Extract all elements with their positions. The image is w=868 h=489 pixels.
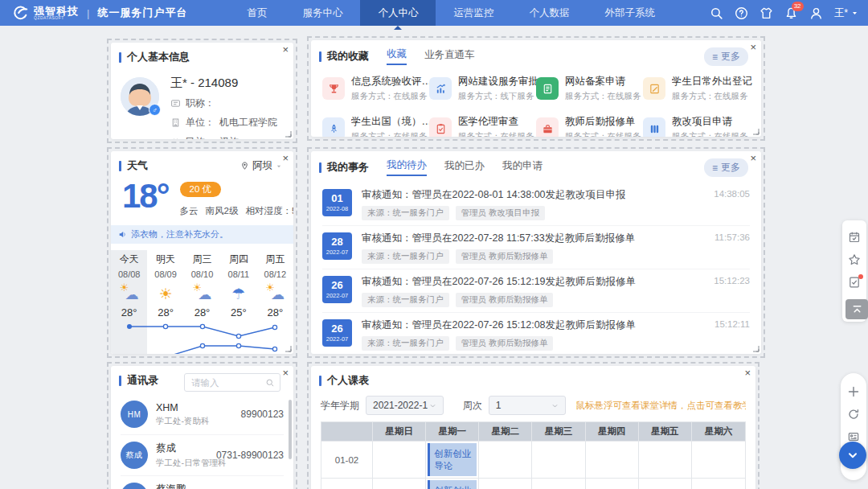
widget-favorites[interactable]: × 我的收藏 收藏 业务直通车 ≡更多 信息系统验收评估...服务方式：在线服务…	[307, 36, 765, 141]
nav-item-ops-monitor[interactable]: 运营监控	[436, 0, 511, 26]
main-nav: 首页 服务中心 个人中心 运营监控 个人数据 外部子系统	[229, 0, 673, 26]
weather-location: 阿坝	[252, 159, 272, 173]
close-icon[interactable]: ×	[282, 368, 289, 378]
favorites-more-button[interactable]: ≡更多	[704, 47, 748, 66]
building-icon	[170, 117, 181, 128]
task-type-tag: 管理员 教师后勤报修单	[456, 293, 554, 307]
refresh-icon[interactable]	[847, 408, 860, 421]
favorite-item[interactable]: 网站备案申请服务方式：在线服务	[536, 75, 643, 102]
title-accent-bar	[319, 162, 321, 173]
id-card-icon	[170, 98, 181, 109]
period-label: 01-02	[321, 442, 373, 479]
task-item[interactable]: 012022-08 审核通知：管理员在2022-08-01 14:38:00发起…	[322, 183, 750, 226]
user-menu[interactable]: 王*	[834, 6, 858, 20]
add-widget-icon[interactable]	[847, 385, 860, 398]
chevron-down-icon	[851, 10, 858, 17]
timetable-tip: 鼠标悬浮可查看课堂详情，点击可查看教学周历	[572, 400, 746, 412]
forecast-day: 明天	[147, 250, 183, 266]
weather-summary: 多云 南风2级 相对湿度：51%	[180, 205, 293, 217]
nav-item-service-center[interactable]: 服务中心	[285, 0, 360, 26]
nav-item-personal-center[interactable]: 个人中心	[360, 0, 436, 26]
week-select[interactable]: 1	[489, 396, 567, 415]
weather-panel-title: 天气	[127, 158, 148, 173]
widget-timetable[interactable]: × 个人课表 学年学期 2021-2022-1 周次 1 鼠标悬浮可查看课堂详情…	[307, 362, 760, 489]
tab-my-applications[interactable]: 我的申请	[502, 159, 542, 175]
current-temperature: 18°	[122, 179, 169, 213]
resize-handle[interactable]	[752, 128, 760, 135]
cloud-sun-icon: ☀☁	[184, 279, 220, 302]
weather-location-selector[interactable]: 阿坝	[240, 159, 282, 173]
clipboard-check-icon	[429, 117, 452, 137]
task-item[interactable]: 262022-07 审核通知：管理员在2022-07-26 15:12:19发起…	[322, 269, 750, 313]
close-icon[interactable]: ×	[744, 368, 751, 378]
notification-bell-icon[interactable]: 32	[784, 6, 798, 20]
favorite-item[interactable]: 医学伦理审查服务方式：在线服务	[429, 115, 536, 137]
forecast-day: 今天	[111, 250, 147, 266]
close-icon[interactable]: ×	[282, 153, 289, 163]
star-icon[interactable]	[848, 253, 861, 266]
favorite-item[interactable]: 信息系统验收评估...服务方式：在线服务	[322, 75, 429, 102]
contacts-search-input[interactable]	[191, 378, 265, 388]
widget-weather[interactable]: × 天气 阿坝 18° 20 优 多云 南风2级 相对湿度：51% 添衣物，注意…	[107, 147, 297, 358]
weather-tip: 添衣物，注意补充水分。	[111, 225, 293, 244]
theme-skin-icon[interactable]	[760, 6, 773, 20]
collapse-widgets-button[interactable]	[839, 442, 866, 469]
timetable-cell	[373, 442, 426, 479]
badge-heart-icon	[170, 137, 181, 139]
favorite-item[interactable]: 教改项目申请服务方式：在线服务	[643, 115, 750, 137]
tab-favorites[interactable]: 收藏	[387, 47, 407, 65]
nav-item-external-systems[interactable]: 外部子系统	[587, 0, 673, 26]
contact-item[interactable]: 蔡成 蔡成学工处-日常管理科 0731-89900123	[121, 435, 284, 476]
tasks-more-button[interactable]: ≡更多	[704, 158, 748, 177]
calendar-icon[interactable]	[848, 231, 861, 244]
favorite-item[interactable]: 网站建设服务审批服务方式：线下服务	[429, 75, 536, 102]
contact-avatar: 海鹏	[121, 483, 148, 489]
resize-handle[interactable]	[285, 345, 292, 352]
nav-item-home[interactable]: 首页	[229, 0, 285, 26]
column-header-thursday: 星期四	[586, 422, 639, 442]
forecast-date: 08/12	[257, 266, 293, 279]
avatar: ♂	[121, 77, 159, 116]
speaker-icon	[118, 230, 127, 239]
widget-contacts[interactable]: × 通讯录 HM XHM学工处-资助科 89900123 蔡成 蔡成学工处-日常…	[107, 362, 297, 489]
task-item[interactable]: 282022-07 审核通知：管理员在2022-07-28 11:57:33发起…	[322, 226, 750, 269]
contact-item[interactable]: 海鹏 蔡海鹏学工处-资助科 0731-89900123	[121, 476, 284, 489]
course-card[interactable]: 创新创业导论	[428, 480, 477, 489]
favorite-item[interactable]: 教师后勤报修单服务方式：在线服务	[536, 115, 643, 137]
nav-item-personal-data[interactable]: 个人数据	[511, 0, 587, 26]
collapse-toolbar-button[interactable]	[845, 299, 868, 319]
timetable-cell: 创新创业导论	[426, 479, 479, 489]
contacts-scrollbar[interactable]	[289, 400, 292, 459]
profile-field-unit: 单位：机电工程学院	[170, 116, 277, 129]
search-icon[interactable]	[265, 378, 275, 388]
resize-handle[interactable]	[752, 345, 760, 352]
task-item[interactable]: 262022-07 审核通知：管理员在2022-07-26 15:12:08发起…	[322, 313, 750, 354]
widget-profile[interactable]: × 个人基本信息 ♂ 王* - 214089 职称： 单位：机电工程学院	[107, 39, 297, 143]
widget-tasks[interactable]: × 我的事务 我的待办 我的已办 我的申请 ≡更多 012022-08 审核通知…	[307, 147, 765, 358]
term-select[interactable]: 2021-2022-1	[366, 396, 444, 415]
tab-my-done[interactable]: 我的已办	[444, 159, 485, 175]
contact-item[interactable]: HM XHM学工处-资助科 89900123	[121, 394, 284, 435]
close-icon[interactable]: ×	[750, 153, 756, 163]
tab-my-todo[interactable]: 我的待办	[387, 158, 427, 176]
close-icon[interactable]: ×	[750, 42, 756, 52]
resize-handle[interactable]	[285, 130, 292, 138]
course-card[interactable]: 创新创业导论	[428, 443, 477, 476]
tasks-panel-title: 我的事务	[327, 160, 369, 175]
report-check-icon[interactable]	[848, 276, 861, 289]
task-source-tag: 来源：统一服务门户	[362, 206, 449, 220]
tab-business-express[interactable]: 业务直通车	[424, 48, 475, 64]
user-icon[interactable]	[809, 6, 823, 20]
timetable-panel-title: 个人课表	[327, 373, 369, 388]
timetable-cell	[532, 442, 585, 479]
help-icon[interactable]	[735, 6, 748, 20]
profile-field-title: 职称：	[170, 97, 277, 110]
close-icon[interactable]: ×	[282, 44, 289, 55]
forecast-date: 08/09	[147, 266, 183, 279]
edit-register-icon	[643, 77, 665, 100]
favorite-item[interactable]: 学生出国（境）申请服务方式：在线服务	[322, 115, 429, 137]
timetable-cell	[639, 442, 692, 479]
contacts-panel-title: 通讯录	[127, 373, 158, 388]
search-icon[interactable]	[710, 6, 723, 20]
favorite-item[interactable]: 学生日常外出登记服务方式：在线服务	[643, 75, 750, 102]
